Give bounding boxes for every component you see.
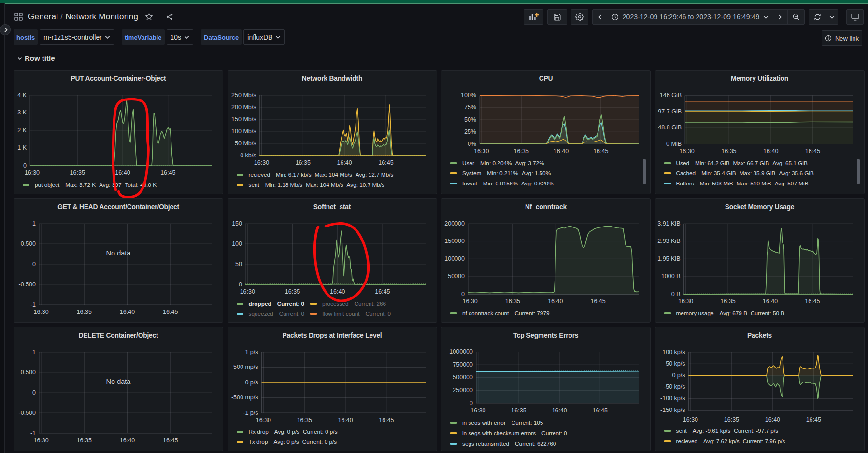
svg-text:16:45: 16:45: [379, 417, 394, 424]
svg-text:16:40: 16:40: [330, 288, 345, 295]
svg-text:16:45: 16:45: [805, 298, 820, 305]
svg-text:250000: 250000: [453, 387, 473, 394]
svg-text:100 kp/s: 100 kp/s: [662, 349, 685, 355]
svg-text:16:30: 16:30: [33, 437, 48, 444]
svg-text:16:30: 16:30: [470, 407, 485, 414]
svg-text:16:45: 16:45: [805, 148, 820, 155]
svg-text:100: 100: [232, 241, 242, 247]
svg-text:4 K: 4 K: [17, 92, 27, 99]
svg-text:0.500: 0.500: [21, 241, 36, 247]
svg-text:0 B: 0 B: [671, 291, 680, 297]
svg-text:0 p/s: 0 p/s: [672, 372, 685, 379]
svg-text:16:30: 16:30: [679, 148, 694, 155]
svg-text:16:35: 16:35: [721, 148, 736, 155]
svg-text:16:35: 16:35: [285, 288, 299, 295]
svg-text:16:40: 16:40: [763, 148, 778, 155]
svg-text:16:45: 16:45: [378, 159, 393, 166]
svg-text:0: 0: [461, 291, 465, 297]
svg-text:16:40: 16:40: [337, 159, 352, 166]
svg-text:16:35: 16:35: [297, 417, 312, 424]
svg-text:500 mp/s: 500 mp/s: [233, 364, 258, 370]
svg-text:1: 1: [32, 220, 36, 227]
svg-text:16:35: 16:35: [724, 416, 739, 423]
svg-text:16:40: 16:40: [338, 417, 353, 424]
svg-text:1 p/s: 1 p/s: [245, 349, 258, 355]
svg-text:-100 kp/s: -100 kp/s: [660, 395, 685, 402]
svg-text:200000: 200000: [444, 220, 465, 227]
svg-text:16:40: 16:40: [552, 407, 567, 414]
svg-text:16:30: 16:30: [474, 148, 489, 155]
svg-text:16:30: 16:30: [240, 288, 255, 295]
svg-text:16:45: 16:45: [593, 407, 608, 414]
svg-text:1: 1: [32, 349, 36, 355]
svg-text:16:45: 16:45: [163, 309, 178, 315]
svg-text:16:30: 16:30: [33, 309, 48, 315]
svg-text:16:30: 16:30: [254, 159, 269, 166]
svg-text:16:40: 16:40: [548, 298, 563, 305]
svg-text:200 Mb/s: 200 Mb/s: [231, 104, 256, 111]
svg-text:16:45: 16:45: [163, 437, 178, 444]
svg-text:75%: 75%: [464, 104, 476, 111]
svg-text:-150 kp/s: -150 kp/s: [660, 407, 685, 413]
svg-text:150 Mb/s: 150 Mb/s: [231, 116, 256, 123]
svg-text:0: 0: [23, 162, 27, 169]
svg-text:100 Mb/s: 100 Mb/s: [231, 128, 256, 135]
svg-text:50 Mb/s: 50 Mb/s: [235, 140, 256, 147]
svg-text:0%: 0%: [468, 141, 476, 147]
svg-text:16:45: 16:45: [590, 298, 605, 305]
svg-text:16:35: 16:35: [77, 437, 92, 444]
svg-text:16:40: 16:40: [115, 170, 130, 176]
svg-text:-1: -1: [30, 430, 36, 437]
svg-text:16:40: 16:40: [120, 437, 135, 444]
svg-text:16:45: 16:45: [160, 170, 175, 176]
svg-text:146 GiB: 146 GiB: [659, 92, 681, 99]
svg-text:1.95 KiB: 1.95 KiB: [657, 255, 680, 262]
svg-text:150000: 150000: [444, 238, 465, 244]
svg-text:1 K: 1 K: [17, 144, 27, 151]
svg-text:250 Mb/s: 250 Mb/s: [231, 92, 256, 99]
svg-text:2.93 KiB: 2.93 KiB: [657, 238, 680, 244]
svg-text:16:35: 16:35: [70, 170, 85, 176]
svg-text:16:35: 16:35: [77, 309, 92, 315]
svg-text:16:30: 16:30: [678, 298, 693, 305]
svg-text:16:35: 16:35: [511, 407, 526, 414]
svg-text:50000: 50000: [448, 273, 465, 280]
svg-text:0 p/s: 0 p/s: [245, 379, 258, 386]
svg-text:-1: -1: [30, 301, 36, 308]
svg-text:16:40: 16:40: [120, 309, 135, 315]
svg-text:0: 0: [470, 400, 473, 407]
svg-text:-1 p/s: -1 p/s: [243, 410, 258, 416]
svg-text:0: 0: [32, 261, 36, 268]
svg-text:750000: 750000: [453, 361, 473, 368]
svg-text:-0.500: -0.500: [19, 410, 36, 416]
svg-text:16:30: 16:30: [462, 298, 477, 305]
svg-text:-500 mp/s: -500 mp/s: [231, 394, 258, 401]
svg-text:0 MiB: 0 MiB: [666, 141, 682, 147]
svg-text:16:35: 16:35: [514, 148, 529, 155]
svg-text:25%: 25%: [464, 128, 476, 135]
svg-text:16:30: 16:30: [683, 416, 697, 423]
svg-text:0.500: 0.500: [21, 369, 36, 376]
svg-text:3.91 KiB: 3.91 KiB: [657, 220, 680, 227]
svg-text:16:35: 16:35: [505, 298, 520, 305]
svg-text:2 K: 2 K: [17, 127, 27, 134]
svg-text:50 kp/s: 50 kp/s: [666, 360, 685, 367]
svg-text:-50 kp/s: -50 kp/s: [664, 383, 685, 390]
svg-text:-0.500: -0.500: [19, 281, 36, 288]
svg-text:50%: 50%: [464, 116, 476, 123]
svg-text:16:45: 16:45: [375, 288, 390, 295]
svg-text:150: 150: [232, 220, 242, 227]
svg-text:0 kb/s: 0 kb/s: [240, 152, 256, 159]
svg-text:16:45: 16:45: [806, 416, 821, 423]
svg-text:16:45: 16:45: [593, 148, 608, 155]
svg-text:16:30: 16:30: [25, 170, 40, 176]
svg-text:1000000: 1000000: [449, 348, 473, 355]
svg-text:97.7 GiB: 97.7 GiB: [658, 108, 682, 115]
svg-text:50: 50: [235, 261, 242, 268]
svg-text:3 K: 3 K: [17, 109, 27, 116]
svg-text:16:40: 16:40: [765, 416, 780, 423]
svg-text:100000: 100000: [444, 255, 465, 262]
svg-text:16:35: 16:35: [295, 159, 310, 166]
svg-text:16:40: 16:40: [554, 148, 569, 155]
svg-text:100%: 100%: [461, 92, 476, 99]
